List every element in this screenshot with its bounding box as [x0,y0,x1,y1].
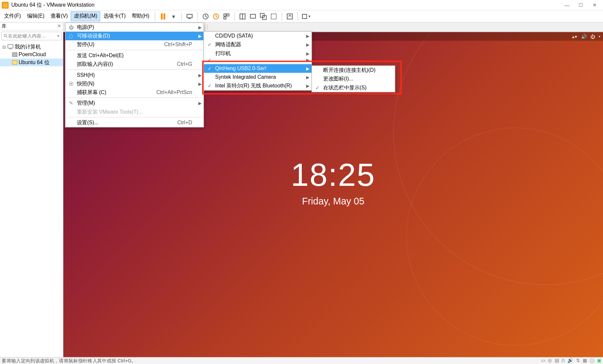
sidebar-search[interactable]: ▾ [1,32,62,40]
sb-screen-icon[interactable]: ▣ [597,357,601,364]
play-dropdown-icon[interactable]: ▾ [168,11,179,21]
menu-item[interactable]: ✓在状态栏中显示(S) [312,83,395,92]
svg-rect-16 [8,45,13,48]
menu-item[interactable]: ⦿快照(N)▶ [66,79,204,88]
svg-point-14 [4,34,6,37]
view-console-button[interactable] [248,11,258,21]
sidebar: 库 ✕ ▾ ⊟ 我的计算机 PoemCloud [0,23,63,357]
svg-rect-3 [224,14,226,16]
menu-item[interactable]: 捕获屏幕 (C)Ctrl+Alt+PrtScn [66,88,204,97]
svg-rect-13 [302,14,307,18]
vm-menu: ⏻电源(P)▶◌可移动设备(D)▶暂停(U)Ctrl+Shift+P发送 Ctr… [65,23,204,127]
search-input[interactable] [8,33,57,39]
svg-rect-8 [251,14,256,18]
lock-date: Friday, May 05 [291,196,375,207]
menu-item[interactable]: 打印机▶ [204,49,311,58]
topbar-dropdown-icon[interactable]: ▾ [599,35,600,39]
menu-item[interactable]: ✎管理(M)▶ [66,99,204,107]
menu-vm[interactable]: 虚拟机(M) [71,11,100,21]
network-icon[interactable]: ▴▾ [572,34,577,39]
tree-item-label: Ubuntu 64 位 [19,59,49,66]
menu-item[interactable]: ✓网络适配器▶ [204,40,311,49]
menu-item[interactable]: 发送 Ctrl+Alt+Del(E) [66,51,204,60]
svg-line-15 [6,36,7,38]
removable-devices-submenu: CD/DVD (SATA)▶✓网络适配器▶打印机▶✓▶✓QinHeng USB2… [203,31,312,91]
maximize-button[interactable]: ☐ [574,1,587,9]
svg-rect-0 [187,14,192,17]
tree-item-label: PoemCloud [19,52,46,58]
sb-disc-icon[interactable]: ◎ [548,357,552,364]
menu-item[interactable]: ⏻电源(P)▶ [66,23,204,32]
sb-info-icon[interactable]: ⓘ [590,357,594,364]
search-dropdown-icon[interactable]: ▾ [57,34,60,38]
volume-icon[interactable]: 🔊 [581,34,587,39]
usb-device-submenu: 断开连接(连接主机)(D)更改图标(I)...✓在状态栏中显示(S) [311,65,395,92]
minimize-button[interactable]: — [560,1,573,9]
snapshot-manager-button[interactable] [221,11,232,21]
menubar: 文件(F) 编辑(E) 查看(V) 虚拟机(M) 选项卡(T) 帮助(H) ▾ … [0,10,603,23]
power-icon[interactable]: ⏻ [590,34,595,39]
menu-item[interactable]: ◌可移动设备(D)▶ [66,32,204,40]
sb-usb-icon[interactable]: ⇅ [576,357,580,364]
snapshot-revert-button[interactable] [211,11,221,21]
menu-help[interactable]: 帮助(H) [129,11,152,21]
sb-hdd-icon[interactable]: ▤ [555,357,559,364]
sb-sound-icon[interactable]: 🔊 [567,357,573,364]
view-fullscreen-button[interactable] [269,11,279,21]
statusbar: 要将输入定向到该虚拟机，请将鼠标指针移入其中或按 Ctrl+G。 ▭ ◎ ▤ ⎙… [0,357,603,364]
menu-item[interactable]: 重新安装 VMware Tools(T)... [66,107,204,116]
view-single-button[interactable] [237,11,248,21]
menu-item[interactable]: SSH(H)▶ [66,70,204,79]
vm-icon [12,53,18,57]
enter-fullscreen-button[interactable] [285,11,295,21]
menu-item[interactable]: 设置(S)...Ctrl+D [66,118,204,127]
menu-tabs[interactable]: 选项卡(T) [100,11,129,21]
tree-item-poemcloud[interactable]: PoemCloud [0,51,63,59]
computer-icon [7,44,13,50]
svg-rect-12 [287,14,293,19]
sidebar-title: 库 [2,23,6,30]
snapshot-button[interactable] [201,11,211,21]
sb-chip-icon[interactable]: ▦ [583,357,587,364]
app-icon: ◱ [2,2,9,9]
statusbar-icons: ▭ ◎ ▤ ⎙ 🔊 ⇅ ▦ ⓘ ▣ [541,357,601,364]
menu-item[interactable]: 抓取输入内容(I)Ctrl+G [66,60,204,68]
search-icon [3,33,8,39]
window-title: Ubuntu 64 位 - VMware Workstation [11,1,95,9]
tree-root[interactable]: ⊟ 我的计算机 [0,43,63,51]
titlebar: ◱ Ubuntu 64 位 - VMware Workstation — ☐ ✕ [0,0,603,10]
view-unity-button[interactable] [258,11,269,21]
tree-root-label: 我的计算机 [15,43,41,51]
close-button[interactable]: ✕ [588,1,601,9]
send-cad-button[interactable] [184,11,195,21]
menu-item[interactable]: ✓Intel 英特尔(R) 无线 Bluetooth(R)▶ [204,81,311,90]
sidebar-close-icon[interactable]: ✕ [57,23,61,29]
sb-printer-icon[interactable]: ⎙ [562,357,565,364]
menu-view[interactable]: 查看(V) [48,11,71,21]
stretch-button[interactable]: ▾ [301,11,311,21]
menu-file[interactable]: 文件(F) [1,11,24,21]
menu-edit[interactable]: 编辑(E) [24,11,47,21]
svg-rect-11 [271,14,277,19]
statusbar-text: 要将输入定向到该虚拟机，请将鼠标指针移入其中或按 Ctrl+G。 [2,357,136,364]
menu-item[interactable]: 更改图标(I)... [312,74,395,83]
lock-time: 18:25 [291,156,375,193]
menu-item[interactable]: Syntek Integrated Camera▶ [204,73,311,81]
menu-item[interactable]: 断开连接(连接主机)(D) [312,66,395,74]
menu-item[interactable]: CD/DVD (SATA)▶ [204,32,311,40]
menu-item[interactable]: ✓▶ [204,58,311,62]
tree-item-ubuntu[interactable]: Ubuntu 64 位 [0,59,63,66]
sb-monitor-icon[interactable]: ▭ [541,357,545,364]
vm-icon [12,60,18,64]
svg-rect-5 [224,17,226,19]
menu-item[interactable]: ✓QinHeng USB2.0-Ser!▶ [204,64,311,73]
svg-rect-4 [227,14,229,16]
pause-vm-button[interactable] [158,11,168,21]
menu-item[interactable]: 暂停(U)Ctrl+Shift+P [66,40,204,49]
